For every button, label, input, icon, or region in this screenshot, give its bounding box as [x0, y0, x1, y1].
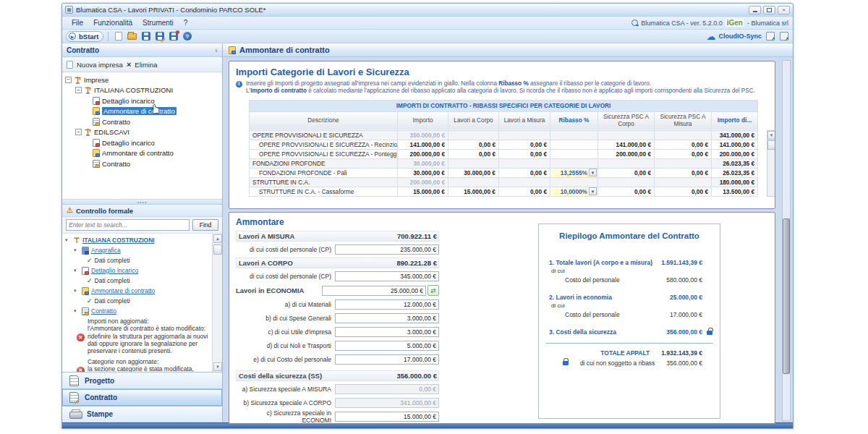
bstart-button[interactable]: ▶ bStart: [66, 31, 103, 42]
save-button[interactable]: [140, 31, 151, 42]
col-psc-misura[interactable]: Sicurezza PSC A Misura: [655, 111, 712, 130]
find-button[interactable]: Find: [192, 219, 218, 231]
cp-corpo-input[interactable]: [335, 271, 439, 281]
ribasso-cell[interactable]: 10,0000%▼: [550, 187, 598, 196]
col-ribasso[interactable]: Ribasso %: [550, 111, 598, 130]
contratto-icon: [82, 307, 89, 315]
chevron-down-icon[interactable]: ▾: [74, 247, 80, 253]
sicurezza-economia-input[interactable]: [335, 412, 439, 422]
minimize-button[interactable]: [749, 6, 761, 14]
contract-tree: − Imprese − ITALIANA COSTRUZIONI Dettagl…: [62, 72, 222, 200]
costo-personale-input[interactable]: [335, 354, 439, 365]
close-button[interactable]: ×: [778, 6, 790, 14]
scrollbar-thumb[interactable]: [213, 244, 222, 255]
validation-section-row[interactable]: ▾ Ammontare di contratto: [65, 287, 210, 295]
nav-progetto[interactable]: Progetto: [62, 372, 222, 388]
save-as-button[interactable]: [154, 31, 165, 42]
col-lavori-corpo[interactable]: Lavori a Corpo: [448, 111, 499, 130]
chevron-down-icon[interactable]: ▾: [65, 237, 71, 243]
materiali-input[interactable]: [335, 299, 439, 310]
tree-node-dettaglio-1[interactable]: Dettaglio incarico: [62, 95, 222, 106]
main-scrollbar[interactable]: [782, 60, 791, 421]
company-link[interactable]: ITALIANA COSTRUZIONI: [82, 237, 155, 244]
menu-funzionalita[interactable]: Funzionalità: [88, 19, 137, 27]
table-row[interactable]: FONDAZIONI PROFONDE - Pali 30.000,00 € 3…: [250, 168, 758, 177]
anagrafica-link[interactable]: Anagrafica: [91, 247, 121, 254]
scrollbar-thumb[interactable]: [767, 140, 775, 150]
scroll-up-icon[interactable]: ▲: [213, 234, 222, 243]
economia-input[interactable]: [322, 286, 426, 296]
expander-icon[interactable]: −: [75, 129, 82, 135]
chevron-down-icon[interactable]: ▾: [74, 288, 80, 294]
sync-page-button[interactable]: [778, 31, 789, 42]
col-psc-corpo[interactable]: Sicurezza PSC A Corpo: [598, 111, 655, 130]
col-descrizione[interactable]: Descrizione: [250, 111, 398, 130]
table-row[interactable]: STRUTTURE IN C.A. - Cassaforme 15.000,00…: [250, 187, 758, 196]
tree-node-company2[interactable]: − EDILSCAVI: [62, 127, 222, 138]
dettaglio-link[interactable]: Dettaglio incarico: [91, 267, 138, 274]
expander-icon[interactable]: −: [75, 87, 82, 93]
tree-node-contratto-1[interactable]: Contratto: [62, 116, 222, 127]
validation-status-row: ✓ Dati completi: [65, 277, 210, 284]
dropdown-icon[interactable]: ▼: [589, 187, 597, 195]
dropdown-icon[interactable]: ▼: [589, 169, 597, 176]
scrollbar-thumb[interactable]: [783, 218, 790, 374]
nav-contratto-selected[interactable]: Contratto: [62, 388, 222, 405]
tree-node-dettaglio-2[interactable]: Dettaglio incarico: [62, 137, 222, 148]
table-header-row: Descrizione Importo Lavori a Corpo Lavor…: [250, 111, 758, 130]
new-impresa-button[interactable]: Nuova impresa: [77, 61, 123, 69]
collapse-panel-icon[interactable]: ‹: [215, 46, 218, 54]
search-input[interactable]: [66, 219, 190, 231]
col-importo-contratto[interactable]: Importo di...: [712, 111, 758, 130]
ammontare-link[interactable]: Ammontare di contratto: [91, 287, 155, 294]
nav-stampe[interactable]: Stampe: [62, 406, 222, 422]
open-file-button[interactable]: [127, 31, 137, 42]
chevron-down-icon[interactable]: ▾: [74, 268, 80, 273]
support-headset-icon: [631, 20, 638, 26]
cloudio-sync-button[interactable]: CloudIO-Sync: [718, 33, 762, 40]
validation-section-row[interactable]: ▾ Dettaglio incarico: [65, 267, 210, 275]
menu-file[interactable]: File: [67, 19, 88, 27]
table-row[interactable]: OPERE PROVVISIONALI E SICUREZZA - Ponteg…: [250, 149, 758, 158]
tree-node-contratto-2[interactable]: Contratto: [62, 158, 222, 169]
delete-button[interactable]: Elimina: [135, 61, 157, 69]
validation-section-row[interactable]: ▾ Contratto: [65, 307, 210, 315]
window-titlebar[interactable]: ▦ Blumatica CSA - Lavori PRIVATI - Condo…: [62, 4, 793, 17]
cp-misura-input[interactable]: [335, 244, 439, 255]
validation-scrollbar[interactable]: ▲ ▼: [212, 234, 222, 372]
col-lavori-misura[interactable]: Lavori a Misura: [499, 111, 550, 130]
tree-node-ammontare-1-selected[interactable]: Ammontare di contratto: [62, 106, 222, 117]
help-button[interactable]: ?: [182, 31, 192, 42]
validation-company-row[interactable]: ▾ ITALIANA COSTRUZIONI: [65, 237, 210, 244]
table-row-group[interactable]: STRUTTURE IN C.A. 200.000,00 € 180.000,0…: [250, 177, 758, 187]
refresh-button[interactable]: ⇄: [427, 285, 439, 296]
panel-splitter[interactable]: ••••: [62, 200, 222, 205]
sync-grid-button[interactable]: [765, 31, 775, 42]
contratto-link[interactable]: Contratto: [91, 307, 116, 315]
lock-icon: [563, 361, 569, 365]
table-scrollbar[interactable]: ▲ ▼: [767, 130, 775, 197]
validation-section-row[interactable]: ▾ Anagrafica: [65, 247, 210, 255]
table-row-group[interactable]: FONDAZIONI PROFONDE 30.000,00 € 26.023,3…: [250, 158, 758, 168]
table-row-group[interactable]: OPERE PROVVISIONALI E SICUREZZA 350.000,…: [250, 130, 758, 140]
expander-icon[interactable]: −: [65, 77, 72, 83]
validation-error: ✕ Categorie non aggiornate: la sezione c…: [65, 358, 210, 372]
table-row[interactable]: OPERE PROVVISIONALI E SICUREZZA - Recinz…: [250, 140, 758, 149]
maximize-button[interactable]: [763, 6, 775, 14]
tree-node-imprese[interactable]: − Imprese: [62, 75, 222, 85]
spese-generali-input[interactable]: [335, 313, 439, 323]
ribasso-cell[interactable]: 13,2555%▼: [550, 168, 598, 177]
noli-trasporti-input[interactable]: [335, 341, 439, 351]
utile-impresa-input[interactable]: [335, 327, 439, 337]
cp-corpo-row: di cui costi del personale (CP): [236, 271, 439, 282]
tree-node-ammontare-2[interactable]: Ammontare di contratto: [62, 148, 222, 159]
chevron-down-icon[interactable]: ▾: [74, 308, 80, 314]
scroll-down-icon[interactable]: ▼: [213, 362, 222, 371]
col-importo[interactable]: Importo: [398, 111, 448, 130]
menu-strumenti[interactable]: Strumenti: [137, 19, 179, 27]
scroll-down-icon[interactable]: ▼: [767, 131, 775, 140]
menu-help[interactable]: ?: [179, 19, 193, 27]
tree-node-company1[interactable]: − ITALIANA COSTRUZIONI: [62, 85, 222, 96]
export-button[interactable]: [168, 31, 179, 42]
new-file-button[interactable]: [113, 31, 124, 42]
